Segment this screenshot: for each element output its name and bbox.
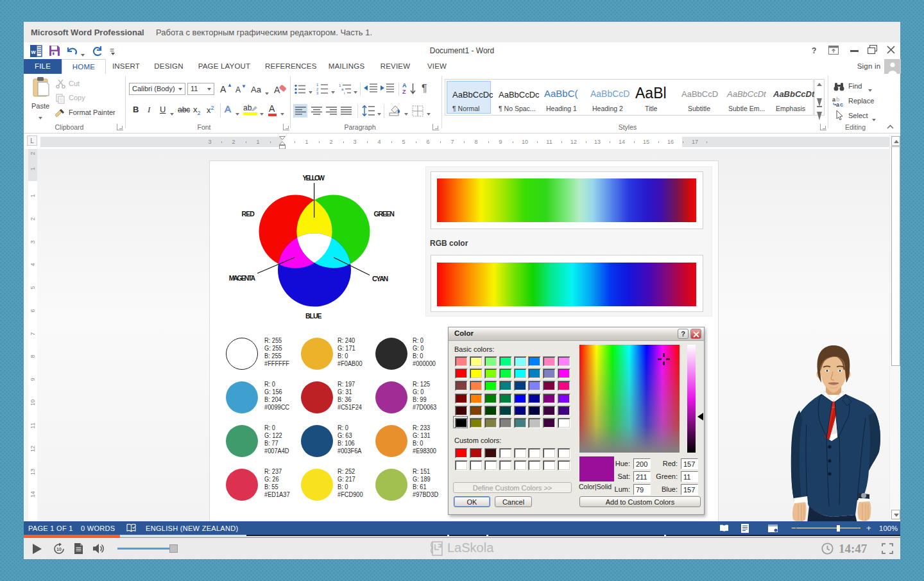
svg-text:c: c: [840, 101, 843, 107]
svg-text:3: 3: [316, 91, 319, 94]
svg-text:A: A: [274, 85, 280, 95]
svg-text:2: 2: [316, 87, 319, 91]
svg-text:1: 1: [316, 83, 319, 87]
svg-text:GREEN: GREEN: [374, 210, 395, 218]
svg-text:10: 10: [56, 547, 62, 551]
svg-text:MAGENTA: MAGENTA: [229, 274, 256, 282]
svg-text:BLUE: BLUE: [305, 312, 321, 320]
svg-text:RED: RED: [242, 210, 255, 218]
svg-text:i: i: [344, 91, 345, 94]
svg-text:CYAN: CYAN: [372, 275, 388, 282]
svg-text:YELLOW: YELLOW: [303, 174, 325, 182]
